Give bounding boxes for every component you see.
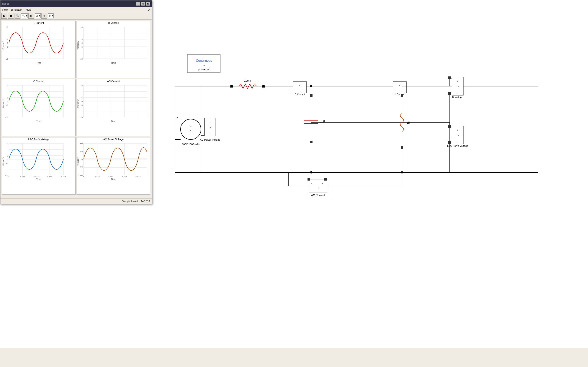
plot-c-current: C Current 10 5 0 -5 — [2, 79, 76, 137]
svg-text:-: - — [210, 133, 210, 135]
svg-rect-55 — [448, 76, 451, 79]
svg-text:1H: 1H — [406, 121, 410, 124]
svg-text:0.010: 0.010 — [122, 176, 127, 177]
svg-text:C Current: C Current — [295, 93, 305, 96]
time-display: T=0.013 — [141, 200, 150, 202]
scope-menu-simulation[interactable]: Simulation — [10, 8, 23, 11]
plot-c-current-title: C Current — [2, 79, 75, 83]
svg-text:0.006: 0.006 — [34, 176, 39, 177]
svg-text:+: + — [177, 116, 178, 119]
stop-scope-button[interactable]: ⏹ — [8, 13, 14, 19]
svg-rect-95 — [308, 178, 310, 181]
svg-text:-10: -10 — [80, 58, 83, 60]
svg-text:L&C Port's Voltage: L&C Port's Voltage — [447, 144, 468, 147]
svg-text:-5: -5 — [6, 104, 8, 106]
svg-rect-68 — [448, 125, 451, 128]
svg-text:0: 0 — [82, 158, 83, 161]
svg-text:powergui: powergui — [199, 68, 210, 71]
svg-text:Voltage:V: Voltage:V — [77, 157, 79, 166]
svg-text:-: - — [458, 141, 458, 143]
svg-point-31 — [231, 85, 233, 87]
scope-menu-view[interactable]: View — [2, 8, 8, 11]
svg-text:0.012: 0.012 — [136, 176, 141, 177]
plot-lc-voltage-title: L&C Port's Voltage — [2, 137, 75, 141]
plot-ac-power-voltage: AC Power Voltage 100 50 — [77, 137, 150, 195]
svg-rect-80 — [401, 146, 403, 149]
plot-c-current-canvas: 10 5 0 -5 -10 Current:A — [2, 83, 75, 119]
plot-l-current-xlabel: Time — [2, 62, 75, 64]
minimize-button[interactable]: ─ — [136, 2, 140, 6]
svg-text:+: + — [209, 122, 210, 124]
svg-text:v: v — [458, 134, 459, 137]
svg-point-84 — [310, 171, 312, 174]
svg-rect-96 — [324, 178, 327, 181]
fit-button[interactable]: ⊞ — [28, 13, 34, 19]
svg-text:-100: -100 — [78, 174, 83, 176]
svg-text:R Voltage: R Voltage — [452, 96, 463, 99]
play-button[interactable]: ▶ — [1, 13, 7, 19]
expand-icon[interactable]: ⤢ — [148, 8, 150, 12]
circuit-svg: Continuous ∧ powergui ~ ∿ 100V 1 — [152, 0, 588, 348]
scope-titlebar: scope ─ □ ✕ — [0, 0, 152, 7]
svg-text:0: 0 — [83, 176, 84, 177]
svg-text:0.006: 0.006 — [108, 176, 113, 177]
cursor-button[interactable]: ✛ — [41, 13, 47, 19]
svg-text:5: 5 — [7, 38, 8, 41]
scope-statusbar: Sample based T=0.013 — [0, 198, 152, 204]
svg-rect-74 — [310, 94, 312, 97]
svg-text:-: - — [300, 90, 300, 92]
svg-text:8: 8 — [82, 84, 83, 87]
scope-window-controls: ─ □ ✕ — [136, 2, 150, 6]
svg-text:Continuous: Continuous — [196, 59, 212, 62]
plot-ac-power-voltage-xlabel: Time — [77, 178, 150, 181]
svg-text:0: 0 — [7, 100, 8, 102]
svg-text:0: 0 — [7, 158, 8, 161]
scope-title: scope — [2, 2, 9, 5]
plot-r-voltage-xlabel: Time — [77, 62, 150, 64]
plot-lc-voltage-canvas: 10 5 0 -5 -10 0 0.002 0.006 0.010 0.012 … — [2, 141, 75, 177]
svg-text:-: - — [177, 138, 178, 141]
svg-text:10: 10 — [80, 26, 83, 28]
svg-rect-56 — [448, 92, 451, 95]
svg-rect-86 — [309, 179, 327, 193]
close-button[interactable]: ✕ — [146, 2, 150, 6]
svg-text:AC Current: AC Current — [311, 194, 325, 197]
svg-point-35 — [310, 85, 312, 87]
plot-ac-current-canvas: 8 5 0 -5 -10 Current:A — [77, 83, 150, 119]
main-window: scope Display Diagram Simulation Analysi… — [0, 0, 588, 367]
svg-text:-5: -5 — [81, 104, 83, 106]
svg-text:-5: -5 — [6, 162, 8, 165]
svg-rect-69 — [448, 141, 451, 144]
scope-window: scope ─ □ ✕ View Simulation Help ⤢ ▶ ⏹ 🔍… — [0, 0, 152, 204]
svg-text:+: + — [299, 84, 300, 87]
plot-ac-power-voltage-canvas: 100 50 0 -50 -100 0 0.002 0.006 0.010 0.… — [77, 141, 150, 177]
diagram-canvas: Continuous ∧ powergui ~ ∿ 100V 1 — [152, 0, 588, 348]
svg-text:5: 5 — [7, 97, 8, 99]
svg-text:10: 10 — [6, 84, 8, 87]
plot-l-current-title: L Current — [2, 21, 75, 25]
svg-text:-10: -10 — [80, 116, 83, 118]
zoom-in-button[interactable]: 🔍 — [15, 13, 20, 19]
maximize-button[interactable]: □ — [141, 2, 145, 6]
svg-text:Voltage:V: Voltage:V — [2, 157, 4, 166]
svg-text:Current:A: Current:A — [2, 41, 4, 50]
plot-r-voltage: R Voltage 10 5 0 — [77, 21, 150, 78]
scope-toolbar: ▶ ⏹ 🔍 🔍 ▾ ⊞ ⊡ ▾ ✛ ⊗ ▾ — [0, 12, 152, 19]
svg-text:-5: -5 — [6, 46, 8, 48]
svg-text:-: - — [399, 90, 400, 92]
svg-text:+: + — [322, 182, 323, 185]
svg-text:-10: -10 — [5, 58, 8, 60]
svg-rect-75 — [310, 141, 312, 143]
plot-r-voltage-canvas: 10 5 0 -5 -10 Voltage:V — [77, 25, 150, 61]
sample-based-label: Sample based — [122, 200, 138, 202]
svg-text:v: v — [210, 126, 211, 129]
scope-menu-help[interactable]: Help — [26, 8, 32, 11]
svg-text:0.002: 0.002 — [20, 176, 25, 177]
svg-text:-: - — [311, 182, 312, 185]
svg-text:Voltage:V: Voltage:V — [77, 41, 79, 50]
svg-text:100V 1000rad/s: 100V 1000rad/s — [182, 143, 200, 146]
svg-text:-50: -50 — [80, 166, 83, 168]
svg-text:5: 5 — [82, 97, 83, 99]
plot-l-current-canvas: 10 5 0 -5 -10 Current:A — [2, 25, 75, 61]
svg-text:10om: 10om — [244, 79, 251, 82]
